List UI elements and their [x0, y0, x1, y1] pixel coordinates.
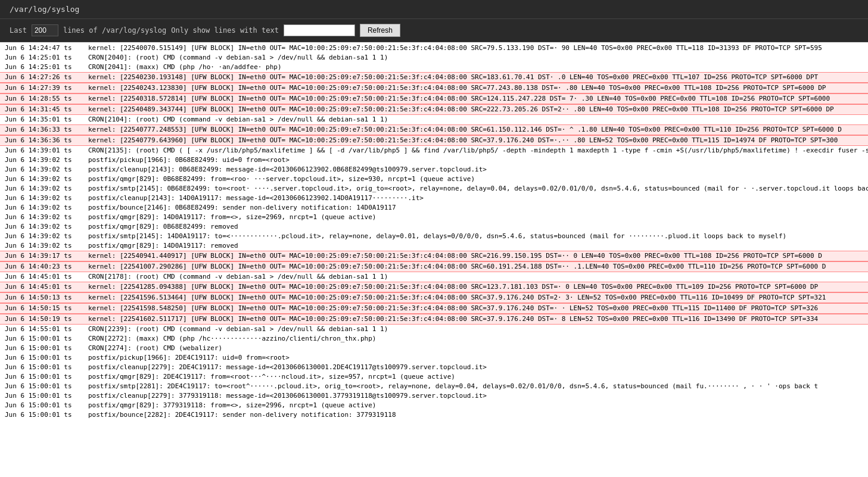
- log-msg: postfix/smtp[2145]: 0B68E82499: to=<root…: [88, 184, 868, 194]
- log-date: Jun 6 14:55:01 ts: [5, 325, 88, 334]
- filter-label: Only show lines with text: [171, 26, 279, 35]
- log-msg: kernel: [22540318.572814] [UFW BLOCK] IN…: [88, 94, 863, 104]
- log-msg: postfix/smtp[2281]: 2DE4C19117: to=<root…: [88, 382, 863, 391]
- of-label: lines of /var/log/syslog: [63, 26, 166, 35]
- log-date: Jun 6 14:36:33 ts: [5, 125, 88, 135]
- log-msg: CRON[2041]: (maxx) CMD (php /ho· ·an/add…: [88, 63, 863, 72]
- log-msg: postfix/qmgr[829]: 2DE4C19117: from=<roo…: [88, 372, 863, 382]
- log-date: Jun 6 14:28:55 ts: [5, 94, 88, 104]
- log-line-34: Jun 6 15:00:01 tspostfix/smtp[2281]: 2DE…: [0, 382, 868, 391]
- last-label: Last: [10, 26, 27, 35]
- log-date: Jun 6 15:00:01 ts: [5, 344, 88, 353]
- log-line-21: Jun 6 14:39:17 tskernel: [22540941.44091…: [0, 251, 868, 261]
- log-line-3: Jun 6 14:27:26 tskernel: [22540230.19314…: [0, 72, 868, 83]
- log-area[interactable]: Jun 6 14:24:47 tskernel: [22540070.51514…: [0, 42, 868, 477]
- log-line-30: Jun 6 15:00:01 tsCRON[2274]: (root) CMD …: [0, 344, 868, 353]
- log-date: Jun 6 14:39:02 ts: [5, 241, 88, 251]
- lines-input[interactable]: [32, 24, 58, 36]
- log-date: Jun 6 14:27:39 ts: [5, 83, 88, 93]
- log-line-33: Jun 6 15:00:01 tspostfix/qmgr[829]: 2DE4…: [0, 372, 868, 382]
- log-line-29: Jun 6 15:00:01 tsCRON[2272]: (maxx) CMD …: [0, 334, 868, 344]
- log-date: Jun 6 15:00:01 ts: [5, 334, 88, 344]
- log-date: Jun 6 14:35:01 ts: [5, 115, 88, 124]
- log-line-20: Jun 6 14:39:02 tspostfix/qmgr[829]: 14D0…: [0, 241, 868, 251]
- log-line-24: Jun 6 14:45:01 tskernel: [22541285.09438…: [0, 282, 868, 292]
- log-line-14: Jun 6 14:39:02 tspostfix/smtp[2145]: 0B6…: [0, 184, 868, 194]
- log-lines-container: Jun 6 14:24:47 tskernel: [22540070.51514…: [0, 43, 868, 420]
- log-line-37: Jun 6 15:00:01 tspostfix/bounce[2282]: 2…: [0, 410, 868, 420]
- log-line-0: Jun 6 14:24:47 tskernel: [22540070.51514…: [0, 43, 868, 53]
- log-line-10: Jun 6 14:39:01 tsCRON[2135]: (root) CMD …: [0, 146, 868, 155]
- log-date: Jun 6 14:31:45 ts: [5, 105, 88, 114]
- title-text: /var/log/syslog: [10, 5, 79, 14]
- log-date: Jun 6 14:25:01 ts: [5, 63, 88, 72]
- log-line-13: Jun 6 14:39:02 tspostfix/qmgr[829]: 0B68…: [0, 174, 868, 184]
- filter-input[interactable]: [284, 24, 355, 36]
- log-msg: kernel: [22541596.513464] [UFW BLOCK] IN…: [88, 293, 863, 303]
- log-msg: postfix/pickup[1966]: 2DE4C19117: uid=0 …: [88, 353, 863, 363]
- log-msg: kernel: [22540779.643960] [UFW BLOCK] IN…: [88, 136, 863, 145]
- refresh-button[interactable]: Refresh: [360, 24, 400, 37]
- log-date: Jun 6 15:00:01 ts: [5, 363, 88, 372]
- log-line-35: Jun 6 15:00:01 tspostfix/cleanup[2279]: …: [0, 391, 868, 401]
- log-msg: postfix/qmgr[829]: 0B68E82499: removed: [88, 222, 863, 232]
- log-line-27: Jun 6 14:50:19 tskernel: [22541602.51171…: [0, 314, 868, 325]
- log-line-4: Jun 6 14:27:39 tskernel: [22540243.12383…: [0, 83, 868, 93]
- log-date: Jun 6 14:50:13 ts: [5, 293, 88, 303]
- log-msg: CRON[2239]: (root) CMD (command -v debia…: [88, 325, 863, 334]
- log-line-23: Jun 6 14:45:01 tsCRON[2178]: (root) CMD …: [0, 272, 868, 282]
- log-date: Jun 6 14:39:02 ts: [5, 184, 88, 194]
- log-line-6: Jun 6 14:31:45 tskernel: [22540489.34374…: [0, 104, 868, 115]
- log-line-2: Jun 6 14:25:01 tsCRON[2041]: (maxx) CMD …: [0, 63, 868, 72]
- log-msg: CRON[2178]: (root) CMD (command -v debia…: [88, 272, 863, 282]
- log-date: Jun 6 15:00:01 ts: [5, 391, 88, 401]
- log-line-11: Jun 6 14:39:02 tspostfix/pickup[1966]: 0…: [0, 155, 868, 165]
- title-bar: /var/log/syslog: [0, 0, 868, 19]
- log-date: Jun 6 14:39:02 ts: [5, 155, 88, 165]
- log-date: Jun 6 14:39:02 ts: [5, 222, 88, 232]
- log-line-31: Jun 6 15:00:01 tspostfix/pickup[1966]: 2…: [0, 353, 868, 363]
- log-msg: kernel: [22541007.290286] [UFW BLOCK] IN…: [88, 262, 863, 272]
- log-date: Jun 6 14:39:17 ts: [5, 251, 88, 261]
- log-msg: postfix/cleanup[2279]: 3779319118: messa…: [88, 391, 863, 401]
- log-msg: postfix/cleanup[2143]: 0B68E82499: messa…: [88, 165, 863, 174]
- log-line-18: Jun 6 14:39:02 tspostfix/qmgr[829]: 0B68…: [0, 222, 868, 232]
- log-msg: postfix/bounce[2282]: 2DE4C19117: sender…: [88, 410, 863, 420]
- log-date: Jun 6 14:40:23 ts: [5, 262, 88, 272]
- log-date: Jun 6 14:25:01 ts: [5, 53, 88, 63]
- log-line-26: Jun 6 14:50:15 tskernel: [22541598.54825…: [0, 303, 868, 314]
- log-msg: postfix/smtp[2145]: 14D0A19117: to=<····…: [88, 232, 863, 241]
- log-date: Jun 6 14:27:26 ts: [5, 73, 88, 82]
- log-date: Jun 6 14:39:02 ts: [5, 232, 88, 241]
- log-date: Jun 6 14:45:01 ts: [5, 282, 88, 292]
- log-msg: postfix/qmgr[829]: 3779319118: from=<>, …: [88, 401, 863, 410]
- log-date: Jun 6 15:00:01 ts: [5, 401, 88, 410]
- log-line-8: Jun 6 14:36:33 tskernel: [22540777.24855…: [0, 124, 868, 135]
- log-line-5: Jun 6 14:28:55 tskernel: [22540318.57281…: [0, 93, 868, 104]
- log-msg: CRON[2135]: (root) CMD ( [ -x /usr/lib/p…: [88, 146, 868, 155]
- log-date: Jun 6 14:50:15 ts: [5, 304, 88, 313]
- app: /var/log/syslog Last lines of /var/log/s…: [0, 0, 868, 477]
- log-date: Jun 6 14:39:02 ts: [5, 194, 88, 203]
- log-msg: kernel: [22541602.511717] [UFW BLOCK] IN…: [88, 314, 863, 324]
- log-msg: postfix/cleanup[2279]: 2DE4C19117: messa…: [88, 363, 863, 372]
- log-msg: postfix/bounce[2146]: 0B68E82499: sender…: [88, 203, 863, 213]
- log-msg: CRON[2272]: (maxx) CMD (php /hc·········…: [88, 334, 863, 344]
- log-line-32: Jun 6 15:00:01 tspostfix/cleanup[2279]: …: [0, 363, 868, 372]
- log-line-19: Jun 6 14:39:02 tspostfix/smtp[2145]: 14D…: [0, 232, 868, 241]
- log-msg: kernel: [22540070.515149] [UFW BLOCK] IN…: [88, 43, 863, 53]
- log-msg: kernel: [22541285.094388] [UFW BLOCK] IN…: [88, 282, 863, 292]
- log-date: Jun 6 14:24:47 ts: [5, 43, 88, 53]
- log-date: Jun 6 14:39:01 ts: [5, 146, 88, 155]
- log-msg: kernel: [22540941.440917] [UFW BLOCK] IN…: [88, 251, 863, 261]
- log-date: Jun 6 14:50:19 ts: [5, 314, 88, 324]
- log-msg: CRON[2104]: (root) CMD (command -v debia…: [88, 115, 863, 124]
- log-date: Jun 6 15:00:01 ts: [5, 353, 88, 363]
- log-date: Jun 6 14:45:01 ts: [5, 272, 88, 282]
- log-date: Jun 6 14:39:02 ts: [5, 174, 88, 184]
- log-date: Jun 6 15:00:01 ts: [5, 382, 88, 391]
- log-date: Jun 6 14:39:02 ts: [5, 213, 88, 222]
- log-msg: kernel: [22540230.193148] [UFW BLOCK] IN…: [88, 73, 863, 82]
- log-msg: CRON[2274]: (root) CMD (webalizer): [88, 344, 863, 353]
- log-msg: kernel: [22540243.123830] [UFW BLOCK] IN…: [88, 83, 863, 93]
